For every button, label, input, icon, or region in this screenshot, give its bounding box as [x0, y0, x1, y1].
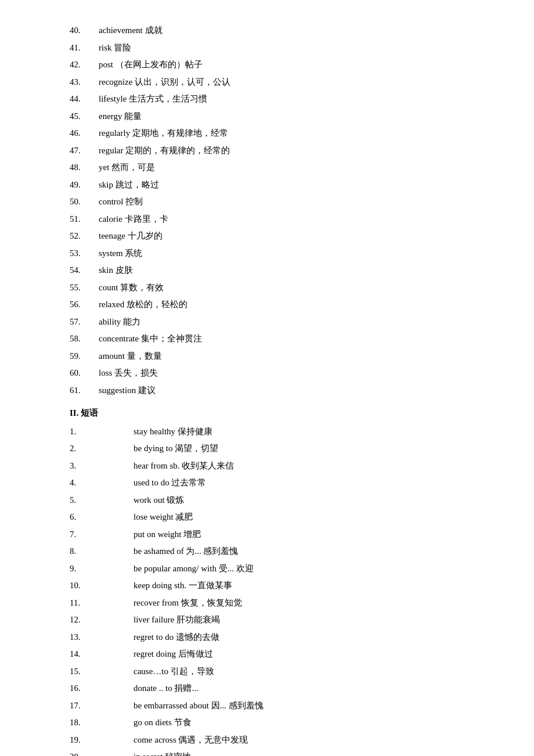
item-content: relaxed 放松的，轻松的	[99, 297, 488, 312]
phrase-content: regret to do 遗憾的去做	[134, 630, 488, 645]
phrase-content: be dying to 渴望，切望	[134, 441, 488, 456]
item-number: 48.	[70, 160, 99, 175]
item-number: 58.	[70, 332, 99, 347]
phrase-number: 1.	[70, 424, 99, 440]
vocab-item: 44.lifestyle 生活方式，生活习惯	[70, 92, 488, 107]
phrase-item: 2.be dying to 渴望，切望	[70, 441, 488, 456]
vocab-item: 53.system 系统	[70, 246, 488, 261]
phrase-item: 14.regret doing 后悔做过	[70, 647, 488, 662]
item-content: regular 定期的，有规律的，经常的	[99, 143, 488, 159]
phrase-number: 7.	[70, 527, 99, 542]
item-content: regularly 定期地，有规律地，经常	[99, 126, 488, 141]
phrase-number: 8.	[70, 544, 99, 559]
phrase-item: 4.used to do 过去常常	[70, 476, 488, 491]
phrase-item: 8.be ashamed of 为... 感到羞愧	[70, 544, 488, 559]
item-content: recognize 认出，识别，认可，公认	[99, 75, 488, 90]
phrase-item: 16.donate .. to 捐赠...	[70, 681, 488, 696]
item-number: 52.	[70, 229, 99, 244]
item-number: 43.	[70, 75, 99, 90]
item-number: 57.	[70, 315, 99, 330]
item-content: system 系统	[99, 246, 488, 261]
phrase-item: 6.lose weight 减肥	[70, 510, 488, 525]
phrase-number: 9.	[70, 561, 99, 577]
phrase-number: 11.	[70, 596, 99, 611]
phrase-content: work out 锻炼	[134, 493, 488, 508]
item-content: skin 皮肤	[99, 263, 488, 278]
item-number: 60.	[70, 366, 99, 381]
item-number: 51.	[70, 212, 99, 227]
phrase-content: in secret 秘密地	[134, 750, 488, 756]
vocab-item: 43.recognize 认出，识别，认可，公认	[70, 75, 488, 90]
vocab-item: 47.regular 定期的，有规律的，经常的	[70, 143, 488, 159]
phrase-content: regret doing 后悔做过	[134, 647, 488, 662]
vocab-item: 58.concentrate 集中；全神贯注	[70, 332, 488, 347]
vocab-item: 45.energy 能量	[70, 109, 488, 124]
phrase-content: donate .. to 捐赠...	[134, 681, 488, 696]
vocab-item: 51.calorie 卡路里，卡	[70, 212, 488, 227]
item-number: 41.	[70, 41, 99, 56]
item-number: 42.	[70, 57, 99, 73]
item-content: yet 然而，可是	[99, 160, 488, 175]
phrase-content: stay healthy 保持健康	[134, 424, 488, 440]
phrase-number: 19.	[70, 733, 99, 748]
vocab-item: 56.relaxed 放松的，轻松的	[70, 297, 488, 312]
item-number: 53.	[70, 246, 99, 261]
phrase-number: 5.	[70, 493, 99, 508]
phrase-item: 17.be embarrassed about 因... 感到羞愧	[70, 699, 488, 714]
item-number: 54.	[70, 263, 99, 278]
phrase-number: 6.	[70, 510, 99, 525]
item-content: concentrate 集中；全神贯注	[99, 332, 488, 347]
item-content: suggestion 建议	[99, 383, 488, 398]
item-content: ability 能力	[99, 315, 488, 330]
item-content: loss 丢失，损失	[99, 366, 488, 381]
phrase-number: 15.	[70, 664, 99, 679]
phrase-number: 10.	[70, 578, 99, 593]
vocab-item: 57.ability 能力	[70, 315, 488, 330]
phrase-number: 14.	[70, 647, 99, 662]
phrase-item: 11.recover from 恢复，恢复知觉	[70, 596, 488, 611]
item-content: risk 冒险	[99, 41, 488, 56]
phrase-number: 17.	[70, 699, 99, 714]
vocab-item: 55.count 算数，有效	[70, 280, 488, 296]
vocab-item: 42.post （在网上发布的）帖子	[70, 57, 488, 73]
item-content: skip 跳过，略过	[99, 178, 488, 193]
vocab-item: 41.risk 冒险	[70, 41, 488, 56]
item-content: calorie 卡路里，卡	[99, 212, 488, 227]
phrase-item: 15.cause…to 引起，导致	[70, 664, 488, 679]
phrase-item: 12.liver failure 肝功能衰竭	[70, 613, 488, 628]
phrase-content: put on weight 增肥	[134, 527, 488, 542]
item-number: 55.	[70, 280, 99, 296]
vocab-item: 40.achievement 成就	[70, 23, 488, 38]
vocab-item: 60.loss 丢失，损失	[70, 366, 488, 381]
phrase-item: 18.go on diets 节食	[70, 715, 488, 730]
phrase-number: 12.	[70, 613, 99, 628]
item-number: 59.	[70, 349, 99, 364]
phrase-content: liver failure 肝功能衰竭	[134, 613, 488, 628]
phrase-item: 10.keep doing sth. 一直做某事	[70, 578, 488, 593]
phrase-content: be ashamed of 为... 感到羞愧	[134, 544, 488, 559]
phrase-item: 20.in secret 秘密地	[70, 750, 488, 756]
item-content: energy 能量	[99, 109, 488, 124]
phrase-item: 13.regret to do 遗憾的去做	[70, 630, 488, 645]
phrase-item: 19.come across 偶遇，无意中发现	[70, 733, 488, 748]
phrase-content: used to do 过去常常	[134, 476, 488, 491]
section2-header: II. 短语	[70, 406, 488, 421]
phrase-content: cause…to 引起，导致	[134, 664, 488, 679]
phrase-number: 13.	[70, 630, 99, 645]
phrase-number: 3.	[70, 459, 99, 474]
item-content: teenage 十几岁的	[99, 229, 488, 244]
phrase-number: 16.	[70, 681, 99, 696]
phrase-item: 3.hear from sb. 收到某人来信	[70, 459, 488, 474]
item-number: 46.	[70, 126, 99, 141]
vocab-item: 50.control 控制	[70, 195, 488, 210]
item-number: 56.	[70, 297, 99, 312]
phrase-item: 9.be popular among/ with 受... 欢迎	[70, 561, 488, 577]
item-content: lifestyle 生活方式，生活习惯	[99, 92, 488, 107]
item-content: achievement 成就	[99, 23, 488, 38]
item-content: amount 量，数量	[99, 349, 488, 364]
item-number: 61.	[70, 383, 99, 398]
item-number: 45.	[70, 109, 99, 124]
vocab-item: 48.yet 然而，可是	[70, 160, 488, 175]
item-number: 47.	[70, 143, 99, 159]
phrase-content: come across 偶遇，无意中发现	[134, 733, 488, 748]
